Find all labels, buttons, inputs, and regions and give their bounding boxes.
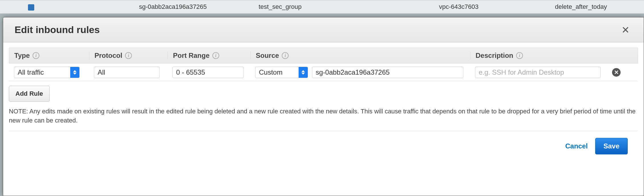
row-checkbox[interactable] — [28, 4, 34, 11]
info-icon[interactable]: i — [33, 52, 39, 59]
type-select[interactable]: All traffic — [14, 67, 80, 78]
protocol-value: All — [98, 68, 105, 76]
column-header-label: Type — [14, 52, 30, 60]
column-header-label: Protocol — [94, 52, 122, 60]
column-header-source: Source i — [250, 52, 470, 60]
delete-rule-icon[interactable]: ✕ — [612, 68, 621, 77]
modal-body: Type i Protocol i Port Range i Source i … — [3, 42, 644, 161]
bg-vpc-id: vpc-643c7603 — [439, 3, 478, 11]
rule-description-input[interactable]: e.g. SSH for Admin Desktop — [475, 67, 601, 78]
column-header-label: Port Range — [173, 52, 210, 60]
source-value-input[interactable]: sg-0abb2aca196a37265 — [312, 67, 463, 78]
column-header-label: Description — [476, 52, 513, 60]
modal-footer: Cancel Save — [9, 131, 638, 161]
edit-inbound-rules-modal: Edit inbound rules ✕ Type i Protocol i P… — [3, 17, 644, 196]
column-header-description: Description i — [470, 52, 604, 60]
info-icon[interactable]: i — [125, 52, 132, 59]
column-header-type: Type i — [9, 52, 89, 60]
close-icon[interactable]: ✕ — [619, 23, 632, 37]
info-icon[interactable]: i — [516, 52, 523, 59]
save-button[interactable]: Save — [595, 138, 628, 154]
bg-description: delete_after_today — [555, 3, 607, 11]
source-mode-select[interactable]: Custom — [255, 67, 308, 78]
column-header-protocol: Protocol i — [89, 52, 168, 60]
add-rule-button[interactable]: Add Rule — [9, 86, 50, 102]
port-range-value: 0 - 65535 — [176, 68, 205, 76]
protocol-field: All — [94, 67, 160, 78]
column-header-port-range: Port Range i — [168, 52, 250, 60]
modal-title: Edit inbound rules — [15, 24, 100, 35]
bg-security-group-id: sg-0abb2aca196a37265 — [139, 3, 207, 11]
info-icon[interactable]: i — [282, 52, 289, 59]
rule-row: All traffic All 0 - 65535 Custom — [9, 64, 638, 81]
source-value-text: sg-0abb2aca196a37265 — [316, 68, 390, 76]
source-mode-value: Custom — [259, 68, 283, 76]
chevron-updown-icon — [70, 67, 79, 78]
rules-table-header: Type i Protocol i Port Range i Source i … — [9, 48, 638, 64]
rule-description-placeholder: e.g. SSH for Admin Desktop — [479, 68, 564, 76]
column-header-label: Source — [256, 52, 279, 60]
type-select-value: All traffic — [18, 68, 44, 76]
security-group-row[interactable]: sg-0abb2aca196a37265 test_sec_group vpc-… — [0, 0, 644, 14]
cancel-button[interactable]: Cancel — [565, 142, 588, 150]
modal-header: Edit inbound rules ✕ — [3, 17, 644, 42]
info-icon[interactable]: i — [212, 52, 219, 59]
bg-security-group-name: test_sec_group — [259, 3, 301, 11]
chevron-updown-icon — [299, 67, 308, 78]
port-range-field: 0 - 65535 — [172, 67, 244, 78]
edit-note: NOTE: Any edits made on existing rules w… — [9, 107, 638, 131]
